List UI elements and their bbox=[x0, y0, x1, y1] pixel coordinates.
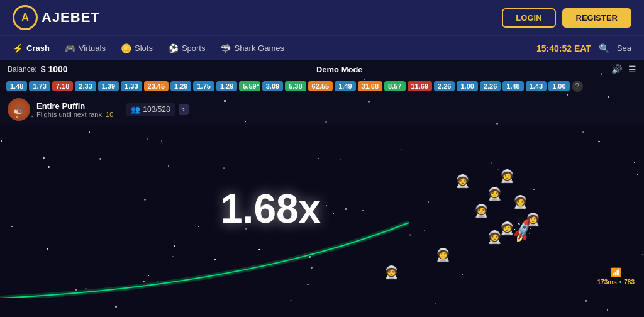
multiplier-badge: 5.38 bbox=[285, 81, 306, 91]
rocket-trail-svg bbox=[0, 172, 644, 298]
demo-mode-label: Demo Mode bbox=[316, 65, 363, 74]
multiplier-badge: 1.43 bbox=[526, 81, 547, 91]
crash-icon: ⚡ bbox=[13, 43, 23, 53]
astronaut-4: 🧑‍🚀 bbox=[513, 194, 528, 209]
multiplier-badge: 1.00 bbox=[548, 81, 569, 91]
players-icon: 👥 bbox=[131, 105, 140, 114]
current-multiplier: 1.68x bbox=[220, 186, 321, 232]
rank-number: 10 bbox=[106, 111, 113, 118]
nav-item-virtuals[interactable]: 🎮 Virtuals bbox=[65, 43, 106, 53]
virtuals-icon: 🎮 bbox=[65, 43, 75, 53]
nav-item-crash[interactable]: ⚡ Crash bbox=[13, 43, 50, 53]
signal-values: 173ms • 783 bbox=[597, 279, 635, 286]
register-button[interactable]: REGISTER bbox=[562, 8, 631, 28]
multiplier-badge: 1.39 bbox=[98, 81, 119, 91]
header: A AJEBET LOGIN REGISTER bbox=[0, 0, 644, 35]
multiplier-badge: 1.49 bbox=[335, 81, 355, 91]
multiplier-badge: 1.73 bbox=[29, 81, 50, 91]
multiplier-strip: 1.481.737.182.331.391.3323.451.291.751.2… bbox=[0, 78, 644, 94]
expand-players-button[interactable]: › bbox=[179, 104, 189, 115]
game-topbar: Balance: $ 1000 Demo Mode 🔊 ☰ bbox=[0, 60, 644, 78]
signal-indicator: 📶 173ms • 783 bbox=[597, 267, 635, 286]
multiplier-badge: 2.26 bbox=[434, 81, 455, 91]
multiplier-badge: 3.09 bbox=[262, 81, 283, 91]
latency-value: 173ms bbox=[597, 279, 617, 286]
logo: A AJEBET bbox=[13, 5, 100, 30]
logo-text: AJEBET bbox=[42, 9, 100, 26]
multiplier-badge: 11.69 bbox=[408, 81, 433, 91]
multiplier-badge: 1.33 bbox=[121, 81, 142, 91]
login-button[interactable]: LOGIN bbox=[502, 8, 555, 28]
player-name: Entire Puffin bbox=[36, 101, 113, 111]
player-bar: 🦔 Entire Puffin Flights until next rank:… bbox=[0, 94, 644, 125]
multiplier-badge: 1.29 bbox=[216, 81, 237, 91]
multiplier-badge: 31.68 bbox=[358, 81, 383, 91]
astronaut-10: 🧑‍🚀 bbox=[384, 265, 399, 280]
signal-strength: 783 bbox=[624, 279, 635, 286]
multiplier-badge: 7.18 bbox=[52, 81, 73, 91]
game-canvas: 1.68x 🧑‍🚀 🧑‍🚀 🧑‍🚀 🧑‍🚀 🧑‍🚀 🧑‍🚀 🧑‍🚀 🧑‍🚀 🧑‍… bbox=[0, 142, 644, 317]
multiplier-badge: 62.55 bbox=[308, 81, 333, 91]
multiplier-badge: 1.75 bbox=[193, 81, 214, 91]
search-icon[interactable]: 🔍 bbox=[599, 43, 609, 53]
shark-games-icon: 🦈 bbox=[220, 43, 231, 53]
nav-item-slots[interactable]: 🪙 Slots bbox=[121, 43, 153, 53]
player-rank: Flights until next rank: 10 bbox=[36, 111, 113, 118]
astronaut-2: 🧑‍🚀 bbox=[487, 186, 502, 201]
balance-value: $ 1000 bbox=[41, 64, 68, 74]
multiplier-badge: 1.48 bbox=[6, 81, 27, 91]
more-multipliers-button[interactable]: ? bbox=[572, 81, 583, 92]
slots-icon: 🪙 bbox=[121, 43, 131, 53]
nav-items: ⚡ Crash 🎮 Virtuals 🪙 Slots ⚽ Sports 🦈 Sh… bbox=[13, 43, 284, 53]
multiplier-badge: 8.57 bbox=[384, 81, 405, 91]
logo-icon: A bbox=[13, 5, 38, 30]
settings-icon[interactable]: ☰ bbox=[628, 64, 636, 74]
players-count: 👥 103/528 bbox=[126, 103, 175, 116]
nav-item-sports[interactable]: ⚽ Sports bbox=[168, 43, 206, 53]
astronaut-5: 🧑‍🚀 bbox=[474, 203, 489, 218]
astronaut-9: 🧑‍🚀 bbox=[435, 247, 451, 262]
topbar-icons: 🔊 ☰ bbox=[611, 64, 636, 74]
wifi-icon: 📶 bbox=[611, 267, 621, 277]
multiplier-badge: 1.00 bbox=[457, 81, 477, 91]
header-buttons: LOGIN REGISTER bbox=[502, 8, 631, 28]
search-label: Sea bbox=[617, 43, 631, 53]
nav-item-shark-games[interactable]: 🦈 Shark Games bbox=[220, 43, 284, 53]
balance-label: Balance: bbox=[8, 65, 37, 74]
sports-icon: ⚽ bbox=[168, 43, 179, 53]
astronaut-3: 🧑‍🚀 bbox=[499, 169, 515, 184]
navigation: ⚡ Crash 🎮 Virtuals 🪙 Slots ⚽ Sports 🦈 Sh… bbox=[0, 35, 644, 60]
player-avatar: 🦔 bbox=[8, 98, 30, 121]
multiplier-badge: 1.48 bbox=[502, 81, 523, 91]
player-info: Entire Puffin Flights until next rank: 1… bbox=[36, 101, 113, 118]
astronaut-1: 🧑‍🚀 bbox=[455, 174, 470, 189]
multiplier-badge: 2.33 bbox=[75, 81, 96, 91]
volume-icon[interactable]: 🔊 bbox=[611, 64, 622, 74]
multiplier-badge: 2.26 bbox=[480, 81, 501, 91]
multiplier-badge: 23.45 bbox=[144, 81, 169, 91]
multiplier-badge: 5.59 bbox=[239, 81, 260, 91]
game-area: Balance: $ 1000 Demo Mode 🔊 ☰ 1.481.737.… bbox=[0, 60, 644, 317]
nav-right: 15:40:52 EAT 🔍 Sea bbox=[536, 43, 631, 53]
multiplier-badge: 1.29 bbox=[170, 81, 191, 91]
clock-display: 15:40:52 EAT bbox=[536, 43, 591, 53]
astronaut-8: 🧑‍🚀 bbox=[487, 230, 502, 245]
